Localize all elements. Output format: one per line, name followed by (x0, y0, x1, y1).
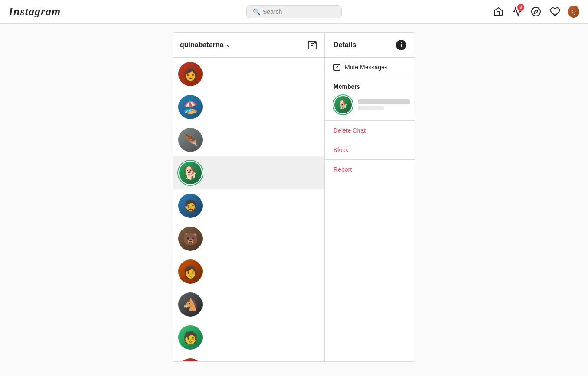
mute-messages-row[interactable]: ✓ Mute Messages (325, 58, 415, 77)
details-body: ✓ Mute Messages Members 🐕 (325, 58, 415, 361)
details-title: Details (333, 41, 356, 49)
conversation-item[interactable]: 🏖️ (173, 91, 324, 123)
member-avatar: 🐕 (333, 95, 353, 114)
details-panel: Details i ✓ Mute Messages Members 🐕 (325, 33, 415, 361)
top-navigation: Instagram 🔍 2 (0, 0, 588, 24)
delete-chat-button[interactable]: Delete Chat (325, 121, 415, 140)
mute-checkbox[interactable]: ✓ (333, 64, 340, 71)
conversation-item[interactable]: 🧔 (173, 189, 324, 222)
username-label: quinabaterna (180, 41, 223, 49)
nav-icons: 2 Q (493, 6, 579, 18)
conversation-items: 👩🏖️🪶🐕🧔🐻👩🐴🧑👩 (173, 58, 324, 361)
app-logo: Instagram (9, 5, 95, 18)
conversation-list: quinabaterna ⌄ 👩🏖️🪶🐕🧔🐻👩🐴🧑👩 (173, 33, 325, 361)
home-icon[interactable] (493, 6, 504, 18)
conversation-header: quinabaterna ⌄ (173, 33, 324, 58)
conversation-avatar: 🐕 (178, 161, 203, 185)
member-info (358, 99, 410, 110)
messages-panel: quinabaterna ⌄ 👩🏖️🪶🐕🧔🐻👩🐴🧑👩 Deta (173, 32, 415, 362)
info-icon[interactable]: i (396, 40, 406, 50)
conversation-avatar: 🧔 (178, 194, 203, 218)
compose-button[interactable] (307, 40, 317, 50)
conversation-avatar: 🐻 (178, 227, 203, 251)
chevron-down-icon: ⌄ (226, 42, 230, 48)
member-handle (358, 106, 384, 110)
member-avatar-emoji: 🐕 (338, 100, 348, 110)
members-title: Members (333, 83, 406, 90)
member-name (358, 99, 410, 104)
conversation-item[interactable]: 🧑 (173, 321, 324, 354)
search-input[interactable] (263, 8, 335, 15)
conversation-item[interactable]: 👩 (173, 354, 324, 361)
conversation-item[interactable]: 🐴 (173, 288, 324, 321)
conversation-item[interactable]: 🪶 (173, 123, 324, 156)
conversation-avatar: 🐴 (178, 292, 203, 317)
user-avatar-nav[interactable]: Q (568, 6, 579, 18)
activity-badge: 2 (517, 4, 524, 11)
main-content: quinabaterna ⌄ 👩🏖️🪶🐕🧔🐻👩🐴🧑👩 Deta (0, 24, 588, 376)
activity-icon[interactable]: 2 (512, 6, 523, 18)
explore-icon[interactable] (530, 6, 542, 18)
username-dropdown[interactable]: quinabaterna ⌄ (180, 41, 230, 49)
search-bar[interactable]: 🔍 (246, 5, 342, 18)
conversation-avatar: 🪶 (178, 128, 203, 152)
conversation-avatar: 🧑 (178, 325, 203, 350)
conversation-avatar: 👩 (178, 62, 203, 86)
svg-point-0 (532, 7, 540, 16)
conversation-item[interactable]: 🐕 (173, 156, 324, 189)
checkmark-icon: ✓ (335, 65, 339, 70)
members-section: Members 🐕 (325, 77, 415, 121)
report-button[interactable]: Report (325, 160, 415, 179)
action-section: Delete Chat Block Report (325, 121, 415, 179)
conversation-avatar: 👩 (178, 259, 203, 284)
svg-marker-1 (534, 10, 538, 13)
block-button[interactable]: Block (325, 140, 415, 160)
conversation-avatar: 👩 (178, 358, 203, 361)
mute-label: Mute Messages (345, 64, 388, 71)
search-icon: 🔍 (253, 8, 260, 15)
member-row[interactable]: 🐕 (333, 95, 406, 114)
details-header: Details i (325, 33, 415, 58)
conversation-item[interactable]: 🐻 (173, 222, 324, 255)
conversation-avatar: 🏖️ (178, 95, 203, 119)
heart-icon[interactable] (549, 6, 561, 18)
conversation-item[interactable]: 👩 (173, 58, 324, 91)
conversation-item[interactable]: 👩 (173, 255, 324, 288)
